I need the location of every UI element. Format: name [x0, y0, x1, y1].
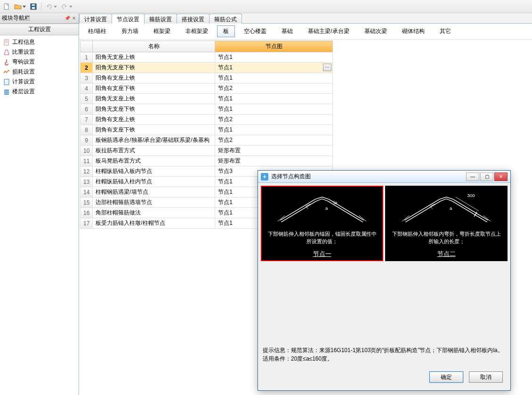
main-tab-1[interactable]: 节点设置 — [112, 14, 145, 24]
loss-icon — [3, 68, 10, 76]
cell-node[interactable]: 节点1 — [215, 94, 333, 104]
redo-button[interactable] — [60, 2, 73, 11]
row-number: 5 — [81, 94, 93, 104]
dropdown-arrow-icon — [54, 6, 57, 8]
minimize-button[interactable]: — — [466, 173, 479, 181]
cell-node[interactable]: 节点1 — [215, 73, 333, 83]
cell-name[interactable]: 板马凳筋布置方式 — [93, 156, 215, 166]
cell-name[interactable]: 阴角无支座下铁 — [93, 104, 215, 115]
main-tab-3[interactable]: 搭接设置 — [177, 14, 210, 24]
sub-cat-1[interactable]: 剪力墙 — [115, 25, 145, 37]
main-tab-0[interactable]: 计算设置 — [79, 14, 112, 24]
cell-node[interactable]: 节点1⋯ — [215, 63, 333, 73]
cell-node[interactable]: 节点2 — [215, 83, 333, 94]
doc-icon — [3, 39, 10, 46]
save-button[interactable] — [29, 2, 38, 11]
cell-name[interactable]: 阳角有支座上铁 — [93, 73, 215, 83]
sidebar-item-calc[interactable]: 计算设置 — [1, 77, 78, 87]
cell-node[interactable]: 矩形布置 — [215, 146, 333, 156]
table-row[interactable]: 4阳角有支座下铁节点2 — [81, 83, 333, 94]
sub-cat-10[interactable]: 其它 — [434, 25, 457, 37]
cell-node[interactable]: 节点1 — [215, 125, 333, 135]
cell-name[interactable]: 柱帽纵筋锚入板内节点 — [93, 166, 215, 177]
sub-cat-4[interactable]: 板 — [217, 25, 235, 37]
cell-name[interactable]: 板拉筋布置方式 — [93, 146, 215, 156]
table-row[interactable]: 3阳角有支座上铁节点1 — [81, 73, 333, 83]
table-row[interactable]: 9板钢筋遇承台/独基/承台梁/基础联系梁/条基构节点2 — [81, 135, 333, 146]
cell-name[interactable]: 阳角无支座下铁 — [93, 63, 215, 73]
main-tab-2[interactable]: 箍筋设置 — [144, 14, 177, 24]
option-2-caption: 节点二 — [437, 250, 456, 258]
folder-open-icon — [14, 3, 22, 10]
sub-cat-7[interactable]: 基础主梁/承台梁 — [302, 25, 355, 37]
sidebar-item-floor[interactable]: 楼层设置 — [1, 87, 78, 97]
sub-cat-8[interactable]: 基础次梁 — [358, 25, 393, 37]
sidebar-item-weight[interactable]: 比重设置 — [1, 47, 78, 57]
sidebar-item-label: 比重设置 — [12, 48, 35, 56]
cell-name[interactable]: 阴角有支座下铁 — [93, 125, 215, 135]
row-number: 10 — [81, 146, 93, 156]
ok-button[interactable]: 确定 — [429, 371, 463, 383]
sub-cat-3[interactable]: 非框架梁 — [179, 25, 214, 37]
table-row[interactable]: 7阴角有支座上铁节点2 — [81, 115, 333, 125]
dialog-app-icon: + — [261, 173, 268, 181]
cell-name[interactable]: 阳角无支座上铁 — [93, 52, 215, 63]
sub-cat-0[interactable]: 柱/墙柱 — [82, 25, 113, 37]
row-number: 15 — [81, 198, 93, 208]
svg-rect-8 — [5, 80, 8, 81]
cell-node[interactable]: 矩形布置 — [215, 156, 333, 166]
new-button[interactable] — [2, 2, 11, 11]
dropdown-arrow-icon — [69, 6, 73, 8]
dialog-titlebar[interactable]: + 选择节点构造图 — ▢ ✕ — [258, 171, 510, 183]
sidebar-item-project-info[interactable]: 工程信息 — [1, 37, 78, 47]
option-1-desc: 下部钢筋伸入相邻板内锚固，锚固长度取属性中所设置的值； — [262, 230, 382, 245]
main-tab-4[interactable]: 箍筋公式 — [209, 14, 242, 24]
row-number: 17 — [81, 218, 93, 229]
floor-icon — [3, 88, 10, 96]
row-number: 16 — [81, 208, 93, 218]
table-row[interactable]: 6阴角无支座下铁节点1 — [81, 104, 333, 115]
cell-name[interactable]: 柱帽纵筋锚入柱内节点 — [93, 177, 215, 187]
table-row[interactable]: 5阴角无支座上铁节点1 — [81, 94, 333, 104]
svg-rect-9 — [4, 90, 9, 91]
undo-icon — [45, 3, 53, 10]
table-row[interactable]: 11板马凳筋布置方式矩形布置 — [81, 156, 333, 166]
table-row[interactable]: 2阳角无支座下铁节点1⋯ — [81, 63, 333, 73]
sidebar-item-loss[interactable]: 损耗设置 — [1, 67, 78, 77]
cell-name[interactable]: 板钢筋遇承台/独基/承台梁/基础联系梁/条基构 — [93, 135, 215, 146]
cell-name[interactable]: 阴角无支座上铁 — [93, 94, 215, 104]
cell-node[interactable]: 节点2 — [215, 135, 333, 146]
cell-node[interactable]: 节点2 — [215, 115, 333, 125]
svg-text:a: a — [450, 206, 452, 211]
cell-node[interactable]: 节点1 — [215, 52, 333, 63]
cancel-button[interactable]: 取消 — [469, 371, 503, 383]
cell-name[interactable]: 角部柱帽箍筋做法 — [93, 208, 215, 218]
maximize-button[interactable]: ▢ — [480, 173, 493, 181]
close-button[interactable]: ✕ — [494, 173, 508, 181]
cell-node[interactable]: 节点1 — [215, 104, 333, 115]
close-icon[interactable]: ✕ — [71, 16, 77, 21]
cell-name[interactable]: 阴角有支座上铁 — [93, 115, 215, 125]
sidebar-section-header[interactable]: 工程设置 — [0, 24, 79, 35]
table-row[interactable]: 1阳角无支座上铁节点1 — [81, 52, 333, 63]
undo-button[interactable] — [44, 2, 58, 11]
cell-name[interactable]: 阳角有支座下铁 — [93, 83, 215, 94]
open-button[interactable] — [13, 2, 27, 11]
pin-icon[interactable]: 📌 — [64, 16, 70, 21]
sub-cat-9[interactable]: 砌体结构 — [396, 25, 431, 37]
sidebar-title-label: 模块导航栏 — [2, 14, 30, 22]
sub-cat-5[interactable]: 空心楼盖 — [238, 25, 273, 37]
node-option-2[interactable]: 300 a 下部钢筋伸入相邻板内弯折，弯折长度取节点上所输入的长度； 节点二 — [385, 186, 508, 261]
sidebar-item-hook[interactable]: 弯钩设置 — [1, 57, 78, 67]
cell-name[interactable]: 边部柱帽箍筋遇墙节点 — [93, 198, 215, 208]
row-number: 2 — [81, 63, 93, 73]
table-row[interactable]: 8阴角有支座下铁节点1 — [81, 125, 333, 135]
cell-name[interactable]: 板受力筋锚入柱墩/柱帽节点 — [93, 218, 215, 229]
sub-cat-2[interactable]: 框架梁 — [147, 25, 177, 37]
table-row[interactable]: 10板拉筋布置方式矩形布置 — [81, 146, 333, 156]
cell-ellipsis-button[interactable]: ⋯ — [323, 64, 331, 71]
calc-icon — [3, 78, 10, 86]
node-option-1[interactable]: la a 下部钢筋伸入相邻板内锚固，锚固长度取属性中所设置的值； 节点一 — [261, 186, 383, 261]
sub-cat-6[interactable]: 基础 — [275, 25, 299, 37]
cell-name[interactable]: 柱帽钢筋遇梁/墙节点 — [93, 187, 215, 198]
